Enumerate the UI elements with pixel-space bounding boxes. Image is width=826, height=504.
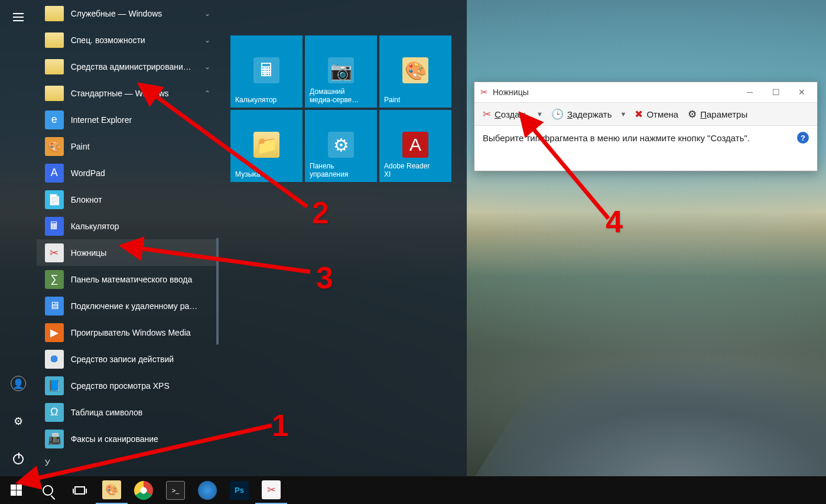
- math-icon: ∑: [45, 270, 64, 289]
- content-area: Выберите тип фрагмента в меню или нажмит…: [474, 126, 817, 151]
- start-button[interactable]: [0, 476, 32, 504]
- scissors-icon: ✂: [480, 87, 488, 97]
- folder-spets[interactable]: Спец. возможности ⌄: [37, 27, 219, 53]
- tile-icon: 🖩: [253, 57, 279, 83]
- start-menu: 👤 ⚙ Служебные — Windows ⌄ Спец. возможно…: [0, 0, 467, 476]
- paint-icon: 🎨: [102, 480, 121, 499]
- create-label: Создать: [495, 109, 528, 119]
- scrollbar-thumb[interactable]: [216, 238, 219, 344]
- app-item-calc[interactable]: 🖩 Калькулятор: [37, 213, 219, 239]
- tile-0[interactable]: 🖩 Калькулятор: [230, 35, 303, 108]
- annotation-4: 4: [606, 204, 623, 239]
- app-item-steps[interactable]: ⏺ Средство записи действий: [37, 346, 219, 372]
- app-item-charmap[interactable]: Ω Таблица символов: [37, 399, 219, 425]
- start-menu-tiles: 🖩 Калькулятор📷 Домашниймедиа-серве…🎨 Pai…: [219, 0, 467, 476]
- taskbar: 🎨 >_ Ps ✂: [0, 476, 826, 504]
- tile-label: Paint: [384, 96, 447, 104]
- tile-5[interactable]: A Adobe ReaderXI: [379, 110, 451, 182]
- steps-icon: ⏺: [45, 350, 64, 369]
- taskbar-app-chrome[interactable]: [128, 476, 160, 504]
- taskbar-app-photoshop[interactable]: Ps: [223, 476, 255, 504]
- annotation-2: 2: [312, 195, 329, 230]
- cancel-button[interactable]: ✖ Отмена: [630, 106, 683, 123]
- tile-icon: 🎨: [402, 57, 428, 83]
- chevron-up-icon: ⌃: [201, 89, 214, 97]
- hamburger-button[interactable]: [6, 5, 31, 30]
- options-label: Параметры: [700, 109, 747, 119]
- folder-standartnye[interactable]: Стандартные — Windows ⌃: [37, 80, 219, 106]
- title-bar[interactable]: ✂ Ножницы ─ ☐ ✕: [474, 82, 817, 102]
- power-icon: [13, 454, 24, 464]
- maximize-button[interactable]: ☐: [763, 83, 789, 101]
- chevron-down-icon: ⌄: [201, 36, 214, 44]
- ie-icon: e: [45, 110, 64, 129]
- app-item-ie[interactable]: e Internet Explorer: [37, 106, 219, 133]
- tile-2[interactable]: 🎨 Paint: [379, 35, 451, 108]
- power-button[interactable]: [6, 447, 31, 472]
- taskbar-app-cmd[interactable]: >_: [160, 476, 191, 504]
- close-button[interactable]: ✕: [789, 83, 815, 101]
- app-item-fax[interactable]: 📠 Факсы и сканирование: [37, 425, 219, 452]
- tile-4[interactable]: ⚙ Панельуправления: [305, 110, 377, 182]
- app-label: Блокнот: [71, 195, 214, 204]
- help-button[interactable]: ?: [797, 132, 809, 144]
- tile-3[interactable]: 📁 Музыка: [230, 110, 303, 182]
- user-account-button[interactable]: 👤: [6, 371, 31, 396]
- settings-button[interactable]: ⚙: [6, 409, 31, 434]
- task-view-icon: [74, 486, 85, 495]
- folder-sluzhebnye[interactable]: Служебные — Windows ⌄: [37, 0, 219, 27]
- app-item-wmp[interactable]: ▶ Проигрыватель Windows Media: [37, 319, 219, 346]
- start-menu-app-list[interactable]: Служебные — Windows ⌄ Спец. возможности …: [37, 0, 219, 476]
- app-item-snip[interactable]: ✂ Ножницы: [37, 239, 219, 266]
- windows-logo-icon: [11, 485, 22, 496]
- app-label: Paint: [71, 142, 214, 151]
- snip-icon: ✂: [45, 243, 64, 262]
- minimize-button[interactable]: ─: [737, 83, 763, 101]
- wmp-icon: ▶: [45, 323, 64, 342]
- search-icon: [43, 485, 53, 496]
- app-item-math[interactable]: ∑ Панель математического ввода: [37, 266, 219, 292]
- create-dropdown[interactable]: ▼: [533, 110, 547, 118]
- app-item-wordpad[interactable]: A WordPad: [37, 160, 219, 186]
- chevron-down-icon: ⌄: [201, 63, 214, 71]
- tile-1[interactable]: 📷 Домашниймедиа-серве…: [305, 35, 377, 108]
- search-button[interactable]: [32, 476, 64, 504]
- delay-button[interactable]: 🕒 Задержать: [547, 106, 617, 123]
- tile-icon: ⚙: [328, 132, 354, 158]
- app-item-rdp[interactable]: 🖥 Подключение к удаленному ра…: [37, 292, 219, 319]
- tile-icon: 📁: [253, 132, 279, 158]
- task-view-button[interactable]: [64, 476, 96, 504]
- calc-icon: 🖩: [45, 217, 64, 236]
- scissors-icon: ✂: [483, 108, 491, 121]
- app-label: Панель математического ввода: [71, 275, 214, 284]
- tile-label: Музыка: [235, 170, 298, 178]
- folder-label: Средства администрировани…: [71, 62, 201, 71]
- alphabet-header[interactable]: У: [37, 452, 219, 473]
- app-label: Ножницы: [71, 248, 214, 258]
- app-item-notepad[interactable]: 📄 Блокнот: [37, 186, 219, 213]
- taskbar-app-snipping-tool[interactable]: ✂: [255, 476, 287, 504]
- delay-label: Задержать: [567, 109, 612, 119]
- taskbar-app-earth[interactable]: [191, 476, 223, 504]
- app-label: Проигрыватель Windows Media: [71, 328, 214, 337]
- globe-icon: [198, 481, 217, 500]
- folder-sredstva-admin[interactable]: Средства администрировани… ⌄: [37, 53, 219, 80]
- chevron-down-icon: ⌄: [201, 9, 214, 18]
- tile-icon: A: [402, 132, 428, 158]
- taskbar-app-paint[interactable]: 🎨: [96, 476, 128, 504]
- create-button[interactable]: ✂ Создать: [478, 106, 533, 123]
- window-title: Ножницы: [493, 87, 529, 97]
- folder-icon: [45, 6, 64, 21]
- tile-label: Домашниймедиа-серве…: [310, 87, 372, 104]
- app-label: Средство записи действий: [71, 355, 214, 364]
- cancel-label: Отмена: [646, 109, 678, 119]
- app-item-xps[interactable]: 📘 Средство просмотра XPS: [37, 372, 219, 399]
- app-label: Калькулятор: [71, 222, 214, 231]
- tile-label: Панельуправления: [310, 162, 372, 178]
- wordpad-icon: A: [45, 164, 64, 183]
- delay-dropdown[interactable]: ▼: [616, 110, 630, 118]
- options-button[interactable]: ⚙ Параметры: [683, 106, 752, 123]
- app-item-paint[interactable]: 🎨 Paint: [37, 133, 219, 160]
- clock-icon: 🕒: [551, 108, 564, 121]
- app-label: Факсы и сканирование: [71, 434, 214, 444]
